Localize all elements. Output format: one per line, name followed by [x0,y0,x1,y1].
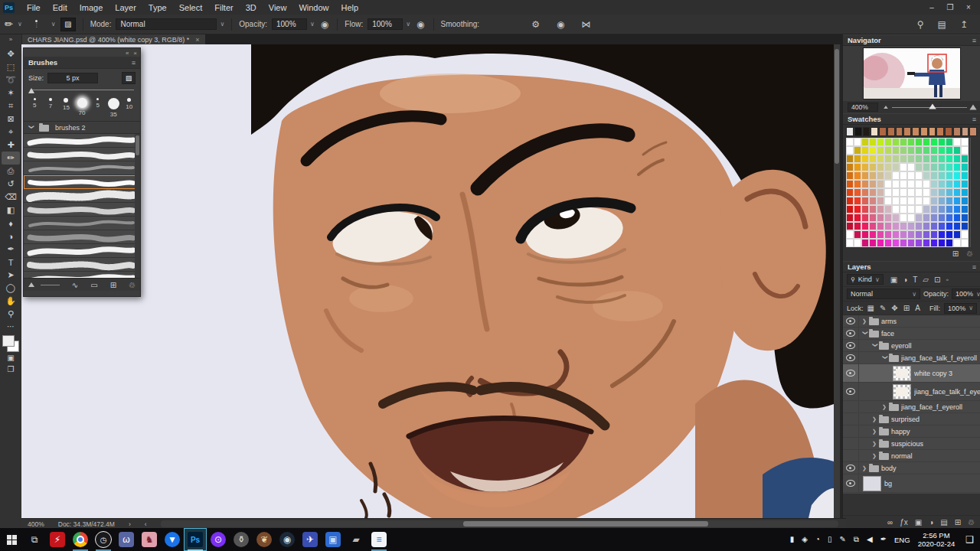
swatch-cell[interactable] [900,171,907,180]
brush-list-item[interactable] [24,203,140,217]
recent-swatch-4[interactable] [879,127,887,136]
swatch-cell[interactable] [854,180,861,188]
layer-row-jiang_face_talk_f_eyeroll[interactable]: ❯jiang_face_talk_f_eyeroll [843,352,980,364]
layer-name[interactable]: body [881,465,897,472]
brush-size-slider[interactable] [30,86,134,94]
display-tray-icon[interactable]: ⧉ [854,535,859,544]
zoom-level-field[interactable]: 400% [28,520,44,528]
swatch-cell[interactable] [846,180,854,188]
update-tray-icon[interactable]: ◔ [815,535,820,544]
tab-close-icon[interactable]: × [195,36,199,44]
swatch-cell[interactable] [961,188,969,197]
swatch-cell[interactable] [900,214,907,222]
layer-name[interactable]: white copy 3 [914,370,952,377]
layer-row-jiang_face_talk_f_eyeroll[interactable]: jiang_face_talk_f_eyeroll [843,383,980,401]
swatch-cell[interactable] [961,222,969,230]
swatch-cell[interactable] [877,146,884,155]
swatch-cell[interactable] [854,138,861,146]
swatch-cell[interactable] [907,205,915,214]
swatch-cell[interactable] [961,205,969,214]
swatch-cell[interactable] [907,180,915,188]
swatch-cell[interactable] [900,230,907,239]
swatch-cell[interactable] [953,188,961,197]
blend-mode-value[interactable]: Normal [116,18,217,30]
folder-chevron-icon[interactable]: ❯ [28,125,34,131]
swatch-cell[interactable] [854,155,861,163]
layer-name[interactable]: jiang_face_f_eyeroll [901,403,962,411]
panel-collapse-icon[interactable]: « [126,50,129,57]
menu-help[interactable]: Help [335,3,365,12]
recent-swatch-1[interactable] [854,127,862,136]
swatch-cell[interactable] [869,239,877,247]
layer-name[interactable]: jiang_face_talk_f_eyeroll [914,388,980,396]
swatch-cell[interactable] [961,138,969,146]
swatch-cell[interactable] [854,214,861,222]
toolbar-collapse-icon[interactable]: » [9,36,12,45]
visibility-toggle[interactable] [843,340,859,351]
swatch-cell[interactable] [961,146,969,155]
taskbar-clock[interactable]: 2:56 PM 2020-02-24 [918,531,956,548]
recent-swatch-10[interactable] [929,127,936,136]
panel-menu-icon[interactable]: ≡ [972,37,976,44]
swatch-cell[interactable] [953,239,961,247]
workspace-switcher-icon[interactable]: ▤ [936,19,948,30]
menu-type[interactable]: Type [142,3,173,12]
lock-position-icon[interactable]: ✥ [891,304,897,312]
healing-brush-tool[interactable]: ✚ [2,139,20,152]
swatch-cell[interactable] [892,163,900,171]
swatch-cell[interactable] [923,138,930,146]
swatch-cell[interactable] [946,197,953,205]
navigator-zoom-slider[interactable] [883,103,976,112]
swatch-cell[interactable] [846,222,854,230]
group-chevron-icon[interactable]: ❯ [882,355,888,361]
layer-filter-kind-dropdown[interactable]: ⚲ Kind ∨ [847,274,884,285]
group-chevron-icon[interactable]: ❯ [862,318,868,324]
amd-software-icon[interactable]: ⚡ [46,528,69,551]
menu-layer[interactable]: Layer [109,3,142,12]
group-chevron-icon[interactable]: ❯ [872,453,878,459]
swatch-cell[interactable] [846,171,854,180]
swatch-cell[interactable] [930,205,938,214]
swatch-cell[interactable] [892,171,900,180]
visibility-toggle[interactable] [843,450,859,461]
blur-tool[interactable]: ♦ [2,217,20,230]
swatch-cell[interactable] [869,155,877,163]
lasso-tool[interactable]: ➰ [2,73,20,86]
swatch-cell[interactable] [915,222,923,230]
swatch-cell[interactable] [961,155,969,163]
document-tab[interactable]: CHARS JIANG.psd @ 400% (white copy 3, RG… [21,34,205,44]
brush-settings-panel-toggle[interactable]: ▨ [60,18,76,31]
swatch-cell[interactable] [907,188,915,197]
layer-name[interactable]: arms [881,318,897,325]
swatch-cell[interactable] [938,222,946,230]
swatch-cell[interactable] [961,230,969,239]
language-indicator[interactable]: ENG [894,536,910,544]
zoom-tool[interactable]: ⚲ [2,308,20,321]
swatch-cell[interactable] [923,222,930,230]
photos-app-icon[interactable]: ▣ [322,528,345,551]
swatch-cell[interactable] [923,155,930,163]
swatch-cell[interactable] [946,146,953,155]
swatch-cell[interactable] [877,239,884,247]
gradient-tool[interactable]: ◧ [2,204,20,217]
swatch-cell[interactable] [861,214,869,222]
swatch-cell[interactable] [930,239,938,247]
swatch-cell[interactable] [915,138,923,146]
flow-value[interactable]: 100% [368,18,403,30]
swatch-cell[interactable] [861,146,869,155]
swatch-cell[interactable] [892,146,900,155]
brush-tool-icon[interactable]: ✏ [5,18,13,30]
recent-swatch-13[interactable] [953,127,961,136]
stroke-preview-toggle-icon[interactable]: ∿ [72,281,78,289]
pen-tool[interactable]: ✒ [2,243,20,256]
swatch-cell[interactable] [884,138,892,146]
swatch-cell[interactable] [923,146,930,155]
swatch-cell[interactable] [892,214,900,222]
swatch-cell[interactable] [930,138,938,146]
layer-mask-icon[interactable]: ▣ [915,518,922,527]
swatch-cell[interactable] [846,163,854,171]
swatch-cell[interactable] [892,205,900,214]
swatch-cell[interactable] [938,138,946,146]
hand-tool[interactable]: ✋ [2,295,20,308]
swatch-cell[interactable] [861,180,869,188]
